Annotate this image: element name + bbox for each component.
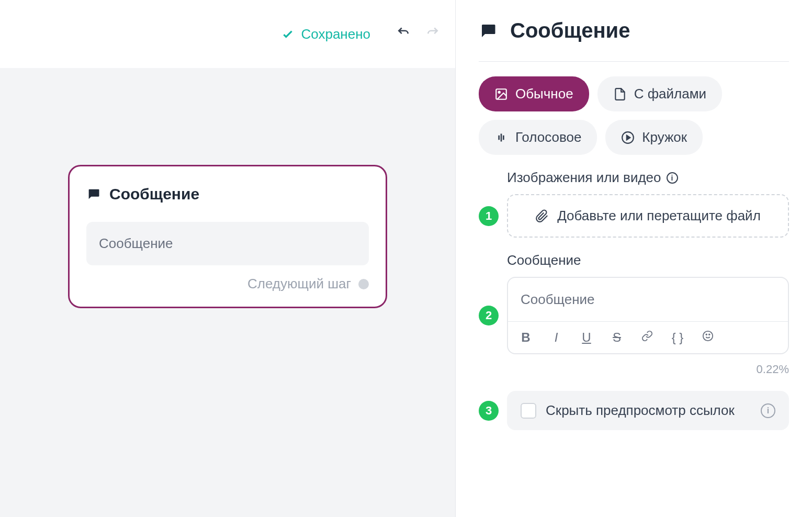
card-title: Сообщение — [109, 185, 199, 203]
message-section-label: Сообщение — [507, 252, 789, 268]
tab-voice-label: Голосовое — [515, 129, 581, 145]
play-circle-icon — [621, 131, 635, 144]
canvas[interactable]: Сообщение Сообщение Следующий шаг — [0, 68, 455, 517]
undo-button[interactable] — [397, 26, 410, 42]
message-textarea[interactable]: Сообщение — [508, 278, 788, 321]
toolbar: Сохранено — [0, 0, 455, 68]
underline-button[interactable]: U — [579, 330, 594, 345]
redo-button[interactable] — [426, 26, 439, 42]
editor-toolbar: B I U S { } — [508, 321, 788, 353]
tab-circle[interactable]: Кружок — [605, 120, 703, 155]
paperclip-icon — [535, 209, 549, 223]
link-button[interactable] — [640, 330, 655, 345]
link-icon — [641, 330, 653, 342]
image-icon — [494, 87, 508, 101]
tab-normal-label: Обычное — [515, 86, 573, 102]
next-step-label: Следующий шаг — [247, 276, 351, 292]
dropzone-text: Добавьте или перетащите файл — [557, 208, 761, 224]
char-count: 0.22% — [507, 363, 789, 376]
message-icon — [86, 187, 101, 201]
check-icon — [281, 27, 295, 41]
message-type-tabs: Обычное С файлами Голосовое Кружок — [479, 76, 789, 155]
panel-header: Сообщение — [479, 19, 789, 62]
italic-button[interactable]: I — [549, 330, 563, 345]
step-badge-1: 1 — [479, 206, 499, 226]
card-header: Сообщение — [86, 185, 369, 203]
tab-voice[interactable]: Голосовое — [479, 120, 597, 155]
svg-point-4 — [706, 334, 707, 335]
right-panel: Сообщение Обычное С файлами Голосовое Кр… — [455, 0, 812, 517]
file-dropzone[interactable]: Добавьте или перетащите файл — [507, 194, 789, 238]
media-section-label: Изображения или видео i — [507, 170, 789, 186]
svg-point-3 — [703, 331, 713, 341]
hide-preview-label: Скрыть предпросмотр ссылок — [546, 402, 751, 419]
strikethrough-button[interactable]: S — [610, 330, 624, 345]
emoji-button[interactable] — [701, 330, 715, 345]
message-card[interactable]: Сообщение Сообщение Следующий шаг — [68, 165, 387, 308]
next-step[interactable]: Следующий шаг — [86, 276, 369, 292]
tab-with-files[interactable]: С файлами — [597, 76, 722, 111]
tab-normal[interactable]: Обычное — [479, 76, 589, 111]
svg-point-1 — [499, 91, 500, 93]
emoji-icon — [702, 330, 714, 342]
redo-icon — [426, 26, 439, 39]
hide-preview-checkbox[interactable] — [521, 403, 536, 419]
message-icon — [479, 21, 498, 40]
file-icon — [613, 87, 627, 101]
tab-with-files-label: С файлами — [634, 86, 706, 102]
tab-circle-label: Кружок — [642, 129, 687, 145]
step-badge-2: 2 — [479, 306, 499, 325]
svg-point-5 — [709, 334, 710, 335]
history-buttons — [397, 26, 439, 42]
step-badge-3: 3 — [479, 401, 499, 421]
info-icon[interactable]: i — [667, 172, 678, 184]
saved-status: Сохранено — [281, 26, 370, 42]
undo-icon — [397, 26, 410, 39]
hide-link-preview-row: Скрыть предпросмотр ссылок i — [507, 391, 789, 430]
left-panel: Сохранено Сообщение Сообщение Следующий … — [0, 0, 455, 517]
saved-label: Сохранено — [301, 26, 370, 42]
bold-button[interactable]: B — [518, 330, 533, 345]
panel-title: Сообщение — [510, 19, 630, 42]
variable-button[interactable]: { } — [670, 330, 685, 345]
step-dot-icon — [358, 279, 369, 289]
message-editor: Сообщение B I U S { } — [507, 277, 789, 354]
info-icon[interactable]: i — [761, 403, 775, 418]
message-preview: Сообщение — [86, 222, 369, 265]
audio-wave-icon — [494, 131, 508, 144]
